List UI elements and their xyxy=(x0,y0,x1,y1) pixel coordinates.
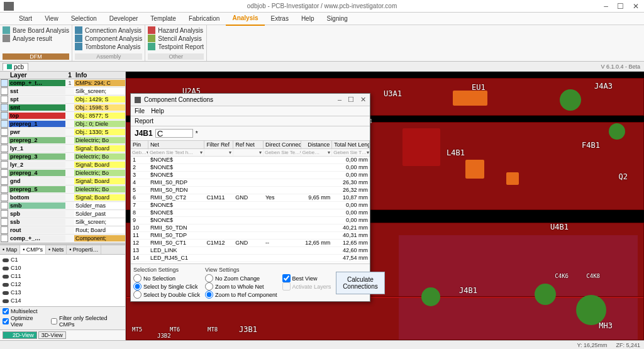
layer-checkbox[interactable] xyxy=(1,235,8,242)
table-row[interactable]: 11RMII_S0_TDP40,31 mm xyxy=(131,232,370,240)
ribbon-item[interactable]: Connection Analysis xyxy=(75,26,142,34)
viewset-option[interactable]: No Zoom Change xyxy=(205,274,277,282)
layer-checkbox[interactable] xyxy=(1,145,8,152)
layer-row[interactable]: routRout; Board xyxy=(0,226,125,235)
layer-checkbox[interactable] xyxy=(1,194,8,201)
filter-pin[interactable]: Geb…▾ xyxy=(131,149,148,156)
close-button[interactable]: ✕ xyxy=(633,2,639,11)
table-row[interactable]: 1$NONE$0,00 mm xyxy=(131,157,370,164)
ribbon-item[interactable]: Testpoint Report xyxy=(148,43,204,50)
layer-checkbox[interactable] xyxy=(1,153,8,160)
dialog-menu-help[interactable]: Help xyxy=(151,108,164,114)
table-row[interactable]: 7$NONE$0,00 mm xyxy=(131,202,370,209)
col-net[interactable]: Net xyxy=(148,141,205,148)
table-row[interactable]: 9$NONE$0,00 mm xyxy=(131,217,370,224)
viewset-option[interactable]: Zoom to Whole Net xyxy=(205,282,277,291)
panel-tab[interactable]: • Nets xyxy=(46,245,67,254)
col-fref[interactable]: Filter Ref xyxy=(204,141,233,148)
ribbon-tab-developer[interactable]: Developer xyxy=(103,13,145,25)
table-row[interactable]: 3$NONE$0,00 mm xyxy=(131,172,370,179)
report-button[interactable]: Report xyxy=(135,118,153,125)
multiselect-checkbox[interactable]: Multiselect xyxy=(3,308,123,314)
best-view-checkbox[interactable]: Best View xyxy=(282,274,331,282)
selset-option[interactable]: Select by Single Click xyxy=(133,282,200,291)
maximize-button[interactable]: ☐ xyxy=(617,2,624,11)
filter-selected-checkbox[interactable]: Filter only Selected CMPs xyxy=(51,315,123,328)
layer-checkbox[interactable] xyxy=(1,136,8,144)
table-row[interactable]: 6RMII_S0_CT2C1M11GNDYes9,65 mm10,87 mm xyxy=(131,194,370,202)
layer-checkbox[interactable] xyxy=(1,128,8,136)
calculate-connections-button[interactable]: Calculate Connections xyxy=(336,272,385,294)
layer-checkbox[interactable] xyxy=(1,87,8,95)
table-row[interactable]: 14LED_RJ45_C147,54 mm xyxy=(131,255,370,262)
ribbon-item[interactable]: Hazard Analysis xyxy=(148,26,204,34)
list-item[interactable]: C13 xyxy=(3,289,123,297)
layer-checkbox[interactable] xyxy=(1,79,8,87)
layer-row[interactable]: sptObj.: 1429; S xyxy=(0,96,125,104)
layer-checkbox[interactable] xyxy=(1,96,8,103)
table-row[interactable]: 15LED_SPEED47,49 mm xyxy=(131,262,370,263)
dialog-close[interactable]: ✕ xyxy=(360,96,366,104)
ribbon-tab-help[interactable]: Help xyxy=(295,13,321,25)
dialog-titlebar[interactable]: Component Connections – ☐ ✕ xyxy=(131,94,370,106)
ribbon-item[interactable]: Component Analysis xyxy=(75,35,142,42)
view-2d-button[interactable]: 2D-View xyxy=(3,331,37,339)
table-row[interactable]: 13LED_LINK42,60 mm xyxy=(131,247,370,255)
optimize-view-checkbox[interactable]: Optimize View xyxy=(3,315,46,328)
ribbon-tab-signing[interactable]: Signing xyxy=(320,13,353,25)
layer-checkbox[interactable] xyxy=(1,210,8,218)
layer-row[interactable]: smtObj.: 1598; S xyxy=(0,104,125,112)
layer-row[interactable]: pwrObj.: 1330; S xyxy=(0,128,125,136)
col-pin[interactable]: Pin xyxy=(131,141,148,148)
component-connections-dialog[interactable]: Component Connections – ☐ ✕ File Help Re… xyxy=(130,93,370,302)
table-row[interactable]: 5RMII_S0_RDN26,32 mm xyxy=(131,187,370,194)
minimize-button[interactable]: – xyxy=(604,2,608,11)
panel-tab[interactable]: • Properti… xyxy=(67,245,101,254)
layer-row[interactable]: prepreg_3Dielectric; Bo xyxy=(0,153,125,161)
ribbon-tab-analysis[interactable]: Analysis xyxy=(226,12,264,26)
ribbon-tab-fabrication[interactable]: Fabrication xyxy=(182,13,226,25)
layer-row[interactable]: bottomSignal; Board xyxy=(0,194,125,202)
table-row[interactable]: 2$NONE$0,00 mm xyxy=(131,164,370,172)
layer-checkbox[interactable] xyxy=(1,169,8,177)
layer-rows[interactable]: comp_+_t…1CMPs: 294; CsstSilk_screen; sp… xyxy=(0,79,125,243)
view-3d-button[interactable]: 3D-View xyxy=(38,331,66,339)
ribbon-tab-selection[interactable]: Selection xyxy=(65,13,103,25)
layer-checkbox[interactable] xyxy=(1,202,8,209)
list-item[interactable]: C1 xyxy=(3,256,123,264)
layer-row[interactable]: comp_+_t…1CMPs: 294; C xyxy=(0,79,125,87)
layer-row[interactable]: prepreg_4Dielectric; Bo xyxy=(0,169,125,177)
ribbon-tab-template[interactable]: Template xyxy=(144,13,182,25)
filter-tot[interactable]: Geben Sie T…▾ xyxy=(332,149,370,156)
filter-rnet[interactable]: ▾ xyxy=(233,149,264,156)
list-item[interactable]: C10 xyxy=(3,264,123,272)
layer-row[interactable]: prepreg_1Obj.: 0; Diele xyxy=(0,120,125,128)
ribbon-tab-start[interactable]: Start xyxy=(13,13,38,25)
ribbon-item[interactable]: Stencil Analysis xyxy=(148,35,204,42)
layer-checkbox[interactable] xyxy=(1,161,8,169)
layer-row[interactable]: prepreg_2Dielectric; Bo xyxy=(0,136,125,145)
component-list[interactable]: C1C10C11C12C13C14C1A1C1A10 xyxy=(0,255,125,306)
layer-row[interactable]: lyr_2Signal; Board xyxy=(0,161,125,169)
ribbon-item[interactable]: Analyse result xyxy=(3,35,69,42)
col-dc[interactable]: Direct Connect xyxy=(264,141,301,148)
ribbon-item[interactable]: Tombstone Analysis xyxy=(75,43,142,50)
list-item[interactable]: C14 xyxy=(3,297,123,305)
col-rnet[interactable]: Ref Net xyxy=(233,141,264,148)
layer-checkbox[interactable] xyxy=(1,226,8,234)
layer-checkbox[interactable] xyxy=(1,186,8,193)
layer-row[interactable]: comp_+_…Component; xyxy=(0,235,125,243)
list-item[interactable]: C12 xyxy=(3,280,123,289)
filter-fref[interactable]: ▾ xyxy=(204,149,233,156)
filter-net[interactable]: Geben Sie Text h…▾ xyxy=(148,149,205,156)
panel-tab[interactable]: • Map xyxy=(0,245,20,254)
dialog-menu-file[interactable]: File xyxy=(135,108,145,114)
layer-row[interactable]: prepreg_5Dielectric; Bo xyxy=(0,186,125,194)
table-row[interactable]: 4RMII_S0_RDP26,30 mm xyxy=(131,179,370,187)
table-row[interactable]: 8$NONE$0,00 mm xyxy=(131,209,370,217)
layer-row[interactable]: topObj.: 8577; S xyxy=(0,112,125,120)
filter-dist[interactable]: Gebe…▾ xyxy=(301,149,333,156)
table-row[interactable]: 12RMII_S0_CT1C1M12GND--12,65 mm12,65 mm xyxy=(131,240,370,247)
ribbon-tab-view[interactable]: View xyxy=(38,13,65,25)
layer-row[interactable]: spbSolder_past xyxy=(0,210,125,218)
